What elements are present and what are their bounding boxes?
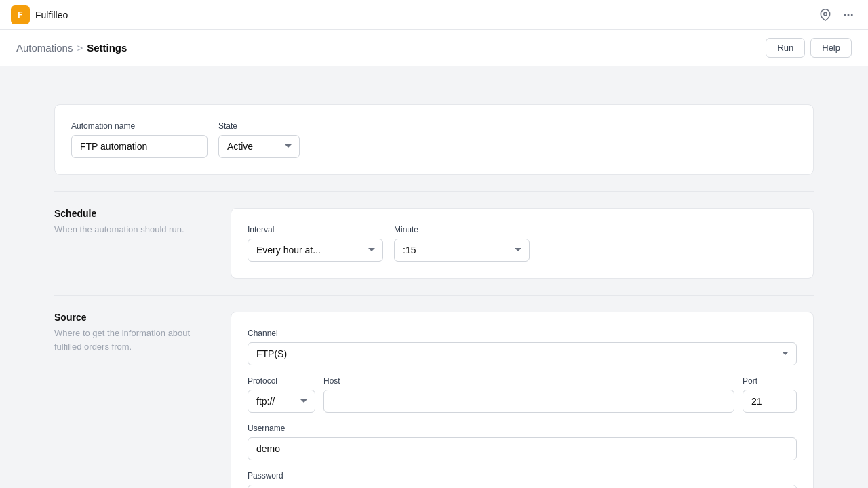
state-label: State [218, 121, 300, 131]
interval-label: Interval [248, 225, 383, 235]
protocol-select[interactable]: ftp:// ftps:// [248, 390, 315, 413]
channel-field: Channel FTP(S) SFTP HTTP [248, 329, 797, 365]
schedule-title: Schedule [54, 208, 203, 219]
more-icon [842, 9, 854, 21]
automation-name-card-wrapper: Automation name State Active Inactive [54, 104, 814, 175]
password-field: Password [248, 471, 797, 488]
host-input[interactable] [323, 390, 734, 413]
divider-2 [54, 295, 814, 296]
username-input[interactable] [248, 437, 797, 460]
svg-point-3 [851, 14, 853, 16]
host-field: Host [323, 376, 734, 413]
automation-name-card: Automation name State Active Inactive [54, 104, 814, 175]
channel-label: Channel [248, 329, 797, 338]
interval-row: Interval Every hour at... Every day at..… [248, 225, 797, 262]
automation-name-input[interactable] [71, 135, 208, 158]
port-label: Port [743, 376, 797, 386]
schedule-card: Interval Every hour at... Every day at..… [231, 208, 814, 279]
automation-name-section: Automation name State Active Inactive [0, 88, 868, 175]
pin-button[interactable] [816, 6, 834, 24]
app-name: Fulfilleo [35, 9, 68, 20]
schedule-section-right: Interval Every hour at... Every day at..… [231, 208, 814, 279]
source-title: Source [54, 312, 203, 323]
main-content: Automation name State Active Inactive Sc… [0, 66, 868, 488]
username-field: Username [248, 424, 797, 460]
topbar-right [816, 6, 857, 24]
svg-point-2 [848, 14, 850, 16]
topbar-left: F Fulfilleo [11, 5, 68, 24]
source-card: Channel FTP(S) SFTP HTTP Protocol ftp://… [231, 312, 814, 488]
breadcrumb-actions: Run Help [766, 38, 852, 58]
app-logo: F [11, 5, 30, 24]
source-desc: Where to get the information about fulfi… [54, 327, 203, 353]
interval-select[interactable]: Every hour at... Every day at... Every w… [248, 239, 383, 262]
breadcrumb-settings: Settings [87, 42, 127, 54]
state-select[interactable]: Active Inactive [218, 135, 300, 158]
protocol-label: Protocol [248, 376, 315, 386]
svg-point-1 [844, 14, 846, 16]
schedule-section-left: Schedule When the automation should run. [54, 208, 231, 279]
protocol-host-row: Protocol ftp:// ftps:// Host Port [248, 376, 797, 413]
breadcrumb-automations[interactable]: Automations [16, 42, 73, 54]
minute-label: Minute [394, 225, 530, 235]
svg-point-0 [824, 12, 827, 16]
automation-name-label: Automation name [71, 121, 208, 131]
breadcrumb: Automations > Settings Run Help [0, 30, 868, 66]
source-section-left: Source Where to get the information abou… [54, 312, 231, 488]
port-input[interactable] [743, 390, 797, 413]
help-button[interactable]: Help [810, 38, 852, 58]
pin-icon [819, 9, 831, 21]
breadcrumb-separator: > [77, 42, 83, 54]
source-section: Source Where to get the information abou… [0, 312, 868, 488]
source-section-right: Channel FTP(S) SFTP HTTP Protocol ftp://… [231, 312, 814, 488]
run-button[interactable]: Run [766, 38, 805, 58]
topbar: F Fulfilleo [0, 0, 868, 30]
protocol-field: Protocol ftp:// ftps:// [248, 376, 315, 413]
password-label: Password [248, 471, 797, 481]
minute-field: Minute :00 :15 :30 :45 [394, 225, 530, 262]
state-field: State Active Inactive [218, 121, 300, 158]
automation-name-fields: Automation name State Active Inactive [71, 121, 300, 158]
breadcrumb-nav: Automations > Settings [16, 42, 127, 54]
host-label: Host [323, 376, 734, 386]
schedule-desc: When the automation should run. [54, 223, 203, 237]
minute-select[interactable]: :00 :15 :30 :45 [394, 239, 530, 262]
channel-select[interactable]: FTP(S) SFTP HTTP [248, 342, 797, 365]
divider-1 [54, 191, 814, 192]
port-field: Port [743, 376, 797, 413]
schedule-section: Schedule When the automation should run.… [0, 208, 868, 279]
automation-name-field: Automation name [71, 121, 208, 158]
interval-field: Interval Every hour at... Every day at..… [248, 225, 383, 262]
password-input[interactable] [248, 485, 797, 488]
username-label: Username [248, 424, 797, 433]
more-button[interactable] [840, 6, 857, 24]
